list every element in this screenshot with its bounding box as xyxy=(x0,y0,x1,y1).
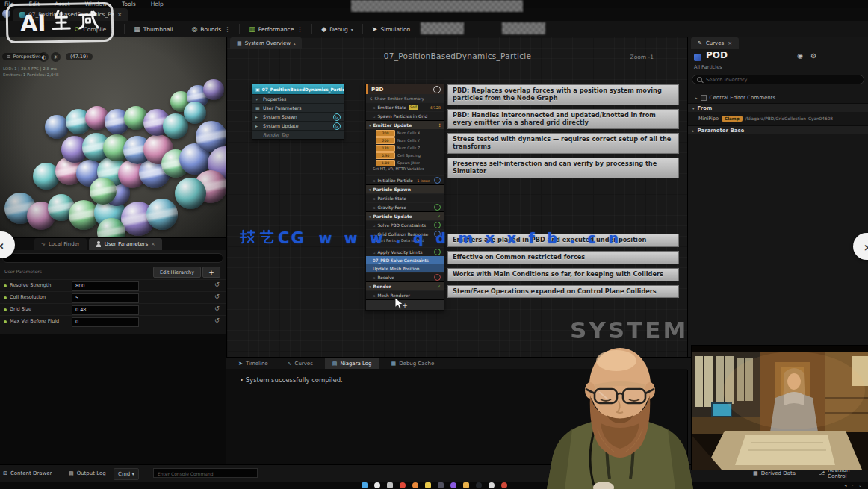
section-label: From xyxy=(698,105,713,111)
output-log-button[interactable]: ▤ Output Log xyxy=(69,468,106,479)
preview-viewport[interactable]: ≡ Perspective ◐ ☀ (47.19) LOD: 1 | 30.4 … xyxy=(0,37,226,237)
issue-icon xyxy=(434,249,441,255)
tab-curves[interactable]: ✎ Curves × xyxy=(691,37,739,49)
tab-user-parameters[interactable]: User Parameters× xyxy=(89,238,162,250)
menu-help[interactable]: Help xyxy=(149,1,165,7)
add-module-button[interactable]: + xyxy=(366,299,444,310)
stack-module-row[interactable]: ▫Mesh Renderer xyxy=(366,290,444,299)
tab-debug-cache[interactable]: ▦Debug Cache xyxy=(384,358,442,370)
taskbar-icon[interactable] xyxy=(463,482,469,488)
graph-comment-bar[interactable]: Effective on Common restricted forces xyxy=(447,251,679,264)
stack-module-row[interactable]: ▫Particle State xyxy=(366,193,444,202)
curves-tab-close-icon[interactable]: × xyxy=(728,40,732,46)
tab-timeline[interactable]: ➤Timeline xyxy=(231,358,276,370)
eye-icon[interactable]: ◉ xyxy=(797,52,803,60)
stack-input-row[interactable]: 200Num Cells Y xyxy=(366,137,444,144)
graph-comment-bar[interactable]: PBD: Replaces overlap forces with a posi… xyxy=(447,84,679,105)
system-node[interactable]: ▣ 07_PositionBasedDynamics_Particle ✓Pro… xyxy=(252,84,344,140)
lit-mode-button[interactable]: ◐ xyxy=(39,52,49,62)
taskbar-icon[interactable] xyxy=(489,482,495,488)
parameter-value-input[interactable]: 0.48 xyxy=(72,305,139,315)
parameter-value-input[interactable]: 5 xyxy=(72,293,139,303)
graph-tab-caret-icon[interactable]: ▴ xyxy=(294,41,296,46)
system-node-row[interactable]: ✓Properties xyxy=(252,94,344,103)
toolbar-performance-button[interactable]: ▥Performance⋮ xyxy=(243,22,309,36)
toolbar-thumbnail-button[interactable]: ▦Thumbnail xyxy=(128,22,179,36)
system-node-header[interactable]: ▣ 07_PositionBasedDynamics_Particle xyxy=(252,84,344,94)
system-node-row[interactable]: Render Tag xyxy=(252,130,344,139)
stack-module-row[interactable]: ▫Spawn Particles in Grid xyxy=(366,111,444,120)
stack-module-row[interactable]: ▫Gravity Force xyxy=(366,202,444,211)
stack-input-row[interactable]: 120Num Cells Z xyxy=(366,144,444,152)
taskbar-icon[interactable] xyxy=(438,482,444,488)
stack-module-row[interactable]: ▫Initialize Particle1 issue xyxy=(366,175,444,184)
details-section-row[interactable]: ▾From xyxy=(688,103,868,112)
graph-comment-bar[interactable]: Works with Main Conditions so far, for k… xyxy=(447,268,679,281)
stack-summary-row[interactable]: $Show Emitter Summary xyxy=(366,94,444,102)
stack-module-row[interactable]: ▫Resolve xyxy=(366,272,444,281)
system-node-row[interactable]: ▸System SpawnG xyxy=(252,112,344,121)
taskbar-icon[interactable] xyxy=(450,482,456,488)
stack-input-row[interactable]: 200Num Cells X xyxy=(366,129,444,137)
parameter-name: Max Vel Before Fluid xyxy=(10,318,59,324)
console-command-input[interactable]: Enter Console Command xyxy=(153,468,258,478)
graph-comment-bar[interactable]: Preserves self-interaction and can verif… xyxy=(447,158,679,178)
taskbar-icon[interactable] xyxy=(387,482,393,488)
parameter-value-input[interactable]: 0 xyxy=(72,317,139,327)
system-node-row[interactable]: ▦User Parameters xyxy=(252,103,344,112)
reset-icon[interactable]: ↺ xyxy=(214,317,220,324)
stack-section-row[interactable]: ▾Particle Spawn xyxy=(366,184,444,193)
viewport-stat-line: LOD: 1 | 30.4 FPS | 2.8 ms xyxy=(3,66,59,72)
tab-curves[interactable]: ∿Curves xyxy=(280,358,320,370)
system-node-row[interactable]: ▸System UpdateG xyxy=(252,121,344,130)
tab-local-finder[interactable]: ∿Local Finder xyxy=(34,238,87,250)
taskbar-icon[interactable] xyxy=(400,482,406,488)
reset-icon[interactable]: ↺ xyxy=(214,305,220,312)
stack-module-row[interactable]: ▫Apply Velocity Limits xyxy=(366,247,444,256)
emitter-stack-node[interactable]: PBD $Show Emitter Summary▫Emitter StateS… xyxy=(365,84,444,311)
taskbar-icon[interactable] xyxy=(412,482,418,488)
asset-tab-close-icon[interactable]: × xyxy=(117,11,122,18)
stack-selected-row[interactable]: Update Mesh Position xyxy=(366,264,444,272)
lighting-button[interactable]: ☀ xyxy=(51,52,61,62)
params-search-input[interactable] xyxy=(2,253,223,263)
emitter-stack-header[interactable]: PBD xyxy=(366,84,444,94)
stack-module-row[interactable]: ▫Emitter StateSelf4/128 xyxy=(366,102,444,111)
details-check-row[interactable]: ▸Central Editor Comments xyxy=(688,93,868,102)
edit-hierarchy-button[interactable]: Edit Hierarchy xyxy=(153,267,201,278)
taskbar-icon[interactable] xyxy=(425,482,431,488)
add-parameter-button[interactable]: + xyxy=(202,267,220,278)
system-overview-graph[interactable]: ▦ System Overview ▴ 07_PositionBasedDyna… xyxy=(226,37,688,357)
taskbar-icon[interactable] xyxy=(374,482,380,488)
taskbar-icon[interactable] xyxy=(501,482,507,488)
cmd-dropdown[interactable]: Cmd ▾ xyxy=(114,468,139,480)
tab-system-overview[interactable]: ▦ System Overview ▴ xyxy=(230,37,302,49)
stack-section-row[interactable]: ▾Particle Update✓ xyxy=(366,211,444,220)
fov-button[interactable]: (47.19) xyxy=(66,53,93,60)
reset-icon[interactable]: ↺ xyxy=(214,281,220,288)
value-chip: 0.50 xyxy=(376,152,395,159)
toolbar-bounds-button[interactable]: ◎Bounds⋮ xyxy=(185,22,236,36)
taskbar-icon[interactable] xyxy=(362,482,368,488)
emitter-enabled-icon[interactable] xyxy=(433,86,441,93)
tab-niagara-log[interactable]: ▤Niagara Log xyxy=(325,358,379,370)
stack-selected-row[interactable]: 07_PBD Solve Constraints xyxy=(366,256,444,264)
gear-icon[interactable]: ⚙ xyxy=(810,52,816,60)
stack-section-row[interactable]: ▾Render✓ xyxy=(366,281,444,290)
reset-icon[interactable]: ↺ xyxy=(214,293,220,300)
details-search-input[interactable]: Search inventory xyxy=(692,75,864,84)
taskbar-icon[interactable] xyxy=(476,482,482,488)
toolbar-simulation-button[interactable]: ➤Simulation xyxy=(366,22,417,36)
stack-input-row[interactable]: 0.50Cell Spacing xyxy=(366,152,444,159)
content-drawer-button[interactable]: ⊞ Content Drawer xyxy=(3,468,52,479)
graph-comment-bar[interactable]: Stress tested with dynamics — requires c… xyxy=(447,133,679,154)
details-section-row[interactable]: ▸Parameter Base xyxy=(688,125,868,134)
stack-section-row[interactable]: ▾Emitter Update! xyxy=(366,120,444,129)
graph-comment-bar[interactable]: PBD: Handles interconnected and updated/… xyxy=(447,109,679,130)
graph-comment-bar[interactable]: Stem/Face Operations expanded on Control… xyxy=(447,285,679,299)
menu-tools[interactable]: Tools xyxy=(120,1,137,7)
stack-input-row[interactable]: 1.00Spawn Jitter xyxy=(366,159,444,166)
parameter-value-input[interactable]: 800 xyxy=(72,281,139,291)
toolbar-debug-button[interactable]: ◆Debug▾ xyxy=(315,22,359,36)
details-kv-row[interactable]: MiniPipeClamp/Niagara/PBD/GridCollection… xyxy=(688,113,868,124)
